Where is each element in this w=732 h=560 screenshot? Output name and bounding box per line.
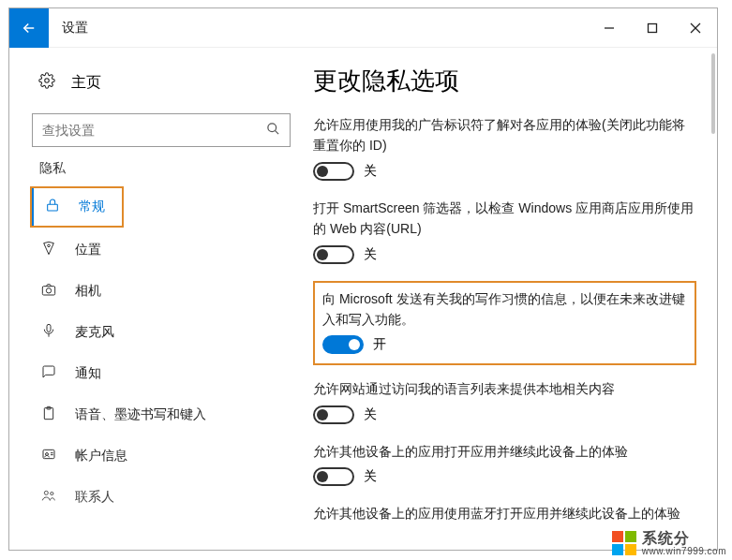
setting-typing-highlighted: 向 Microsoft 发送有关我的写作习惯的信息，以便在未来改进键入和写入功能…	[313, 281, 696, 366]
watermark-name: 系统分	[642, 531, 726, 547]
sidebar-item-label: 位置	[75, 242, 101, 258]
sidebar-home-label: 主页	[71, 73, 101, 93]
content-area: 主页 隐私 常规	[9, 48, 717, 550]
setting-desc: 打开 SmartScreen 筛选器，以检查 Windows 应用商店应用所使用…	[313, 198, 696, 240]
svg-point-10	[46, 288, 51, 293]
svg-rect-9	[42, 287, 54, 295]
svg-point-4	[45, 79, 50, 83]
watermark-url: www.win7999.com	[642, 547, 726, 557]
setting-cross-device: 允许其他设备上的应用打开应用并继续此设备上的体验 关	[313, 441, 696, 486]
sidebar-group-label: 隐私	[39, 160, 300, 177]
clipboard-icon	[39, 405, 58, 424]
setting-smartscreen: 打开 SmartScreen 筛选器，以检查 Windows 应用商店应用所使用…	[313, 198, 696, 264]
svg-line-6	[275, 130, 278, 134]
sidebar-home[interactable]: 主页	[26, 65, 300, 100]
settings-window: 设置 主页	[8, 7, 718, 551]
sidebar-item-microphone[interactable]: 麦克风	[26, 312, 300, 353]
scrollbar-thumb[interactable]	[711, 53, 715, 134]
toggle-adid[interactable]	[313, 162, 354, 181]
setting-desc: 允许应用使用我的广告标识符了解对各应用的体验(关闭此功能将重置你的 ID)	[313, 114, 696, 156]
svg-point-20	[51, 492, 53, 494]
search-icon	[266, 122, 280, 139]
sidebar-item-contacts[interactable]: 联系人	[26, 477, 300, 518]
search-input[interactable]	[42, 123, 266, 138]
window-controls	[588, 8, 717, 48]
toggle-state-label: 关	[364, 163, 377, 180]
sidebar-item-location[interactable]: 位置	[26, 229, 300, 271]
sidebar-item-label: 麦克风	[75, 324, 114, 341]
svg-point-19	[44, 491, 48, 494]
location-icon	[39, 241, 58, 259]
svg-point-5	[268, 124, 276, 132]
toggle-state-label: 关	[364, 406, 377, 423]
watermark: 系统分 www.win7999.com	[612, 531, 726, 556]
setting-desc: 允许其他设备上的应用打开应用并继续此设备上的体验	[313, 441, 696, 462]
sidebar-item-label: 通知	[75, 365, 101, 382]
gear-icon	[37, 72, 56, 93]
search-box[interactable]	[32, 113, 291, 147]
windows-logo-icon	[612, 531, 636, 555]
sidebar-item-camera[interactable]: 相机	[26, 271, 300, 312]
toggle-state-label: 关	[364, 246, 377, 263]
toggle-smartscreen[interactable]	[313, 245, 354, 264]
sidebar-item-general[interactable]: 常规	[30, 186, 124, 228]
sidebar-item-speech-ink[interactable]: 语音、墨迹书写和键入	[26, 394, 300, 435]
setting-language-list: 允许网站通过访问我的语言列表来提供本地相关内容 关	[313, 378, 696, 423]
svg-point-8	[48, 244, 51, 247]
setting-desc: 允许网站通过访问我的语言列表来提供本地相关内容	[313, 378, 696, 399]
setting-adid: 允许应用使用我的广告标识符了解对各应用的体验(关闭此功能将重置你的 ID) 关	[313, 114, 696, 181]
toggle-state-label: 开	[373, 336, 386, 353]
toggle-state-label: 关	[364, 468, 377, 485]
sidebar: 主页 隐私 常规	[9, 48, 309, 550]
toggle-cross-device[interactable]	[313, 467, 354, 486]
setting-desc: 允许其他设备上的应用使用蓝牙打开应用并继续此设备上的体验	[313, 503, 696, 523]
sidebar-item-account-info[interactable]: 帐户信息	[26, 435, 300, 477]
lock-icon	[43, 198, 62, 216]
camera-icon	[39, 282, 58, 301]
setting-desc: 向 Microsoft 发送有关我的写作习惯的信息，以便在未来改进键入和写入功能…	[322, 288, 687, 331]
account-icon	[39, 447, 58, 465]
minimize-button[interactable]	[588, 8, 631, 48]
contacts-icon	[39, 488, 58, 507]
sidebar-item-label: 联系人	[75, 489, 114, 506]
titlebar: 设置	[9, 8, 717, 48]
sidebar-item-label: 帐户信息	[75, 448, 127, 464]
svg-rect-11	[47, 324, 51, 332]
sidebar-item-label: 相机	[75, 283, 101, 300]
window-title: 设置	[62, 20, 88, 37]
close-button[interactable]	[674, 8, 717, 48]
back-button[interactable]	[9, 8, 49, 48]
svg-rect-7	[48, 204, 58, 211]
main-panel: 更改隐私选项 允许应用使用我的广告标识符了解对各应用的体验(关闭此功能将重置你的…	[309, 48, 717, 550]
maximize-button[interactable]	[631, 8, 674, 48]
toggle-language-list[interactable]	[313, 405, 354, 424]
page-heading: 更改隐私选项	[313, 65, 696, 97]
sidebar-item-notifications[interactable]: 通知	[26, 353, 300, 394]
sidebar-item-label: 语音、墨迹书写和键入	[75, 406, 206, 423]
toggle-typing[interactable]	[322, 335, 364, 354]
sidebar-item-label: 常规	[79, 199, 105, 215]
notification-icon	[39, 364, 58, 383]
svg-rect-1	[649, 23, 657, 32]
microphone-icon	[39, 323, 58, 342]
setting-bluetooth-apps: 允许其他设备上的应用使用蓝牙打开应用并继续此设备上的体验	[313, 503, 696, 523]
